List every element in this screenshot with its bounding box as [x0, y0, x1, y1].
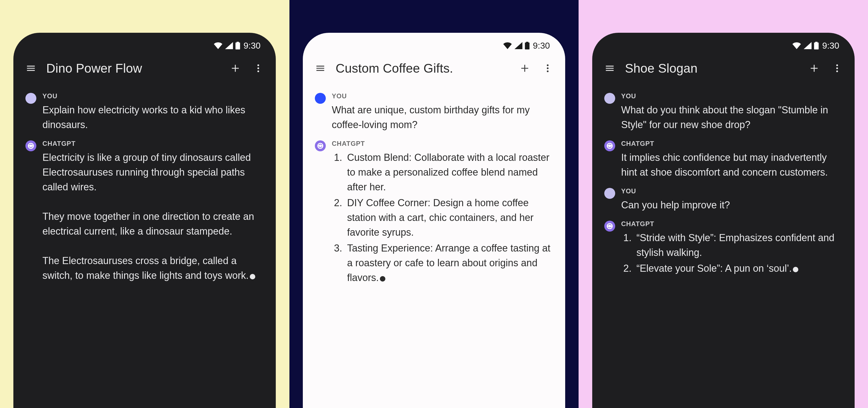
- status-time: 9:30: [244, 41, 260, 51]
- svg-point-7: [836, 67, 838, 69]
- message-text: Explain how electricity works to a kid w…: [42, 103, 264, 132]
- avatar-user: [315, 93, 326, 104]
- message-body: CHATGPT Custom Blend: Collaborate with a…: [332, 140, 553, 286]
- status-bar: 9:30: [13, 33, 276, 53]
- list-item: “Elevate your Sole”: A pun on ‘soul’.: [634, 261, 843, 276]
- plus-icon: [520, 63, 530, 73]
- new-chat-button[interactable]: [228, 61, 243, 76]
- status-bar: 9:30: [303, 33, 565, 53]
- new-chat-button[interactable]: [517, 61, 532, 76]
- wifi-icon: [213, 42, 223, 49]
- message-user: YOU Explain how electricity works to a k…: [25, 92, 264, 132]
- sender-label: YOU: [621, 92, 843, 100]
- list-item: Custom Blend: Collaborate with a local r…: [345, 150, 553, 195]
- status-icons: [503, 42, 530, 49]
- message-list: Custom Blend: Collaborate with a local r…: [332, 150, 553, 285]
- message-body: YOU Can you help improve it?: [621, 188, 843, 212]
- wifi-icon: [503, 42, 512, 49]
- more-button[interactable]: [251, 61, 266, 76]
- panel-1: 9:30 Dino Power Flow YOU: [0, 0, 289, 408]
- panel-2: 9:30 Custom Coffee Gifts. YOU: [289, 0, 579, 408]
- message-body: YOU What are unique, custom birthday gif…: [332, 92, 553, 132]
- avatar-assistant: [604, 140, 615, 151]
- signal-icon: [225, 42, 233, 49]
- avatar-assistant: [315, 140, 326, 151]
- chat-thread[interactable]: YOU What do you think about the slogan "…: [592, 82, 855, 277]
- sender-label: YOU: [332, 92, 553, 100]
- list-item: DIY Coffee Corner: Design a home coffee …: [345, 196, 553, 240]
- status-time: 9:30: [533, 41, 550, 51]
- hamburger-icon: [315, 63, 326, 73]
- more-button[interactable]: [540, 61, 555, 76]
- status-icons: [213, 42, 240, 49]
- kebab-icon: [832, 63, 842, 73]
- app-bar: Shoe Slogan: [592, 53, 855, 82]
- avatar-assistant: [604, 220, 615, 232]
- avatar-user: [604, 188, 615, 199]
- status-time: 9:30: [822, 41, 839, 51]
- message-user: YOU What do you think about the slogan "…: [604, 92, 843, 132]
- message-text: It implies chic confidence but may inadv…: [621, 150, 843, 180]
- svg-point-6: [836, 64, 838, 66]
- list-item: Tasting Experience: Arrange a coffee tas…: [345, 241, 553, 285]
- openai-icon: [317, 142, 324, 149]
- message-assistant: CHATGPT Custom Blend: Collaborate with a…: [315, 140, 553, 286]
- message-assistant: CHATGPT “Stride with Style”: Emphasizes …: [604, 220, 843, 277]
- sender-label: CHATGPT: [621, 140, 843, 147]
- phone-frame-1: 9:30 Dino Power Flow YOU: [13, 33, 276, 408]
- avatar-user: [25, 93, 36, 104]
- avatar-assistant: [25, 140, 36, 151]
- app-bar: Custom Coffee Gifts.: [303, 53, 565, 82]
- typing-cursor-icon: [793, 267, 798, 272]
- chat-thread[interactable]: YOU What are unique, custom birthday gif…: [303, 82, 565, 286]
- kebab-icon: [253, 63, 264, 73]
- svg-point-3: [547, 64, 549, 66]
- message-assistant: CHATGPT It implies chic confidence but m…: [604, 140, 843, 180]
- battery-icon: [525, 42, 530, 49]
- phone-frame-2: 9:30 Custom Coffee Gifts. YOU: [303, 33, 565, 408]
- message-user: YOU Can you help improve it?: [604, 188, 843, 212]
- typing-cursor-icon: [250, 274, 255, 279]
- message-text: What are unique, custom birthday gifts f…: [332, 103, 553, 132]
- message-list: “Stride with Style”: Emphasizes confiden…: [621, 231, 843, 276]
- message-text: Electricity is like a group of tiny dino…: [42, 150, 264, 283]
- message-body: CHATGPT Electricity is like a group of t…: [42, 140, 264, 283]
- list-item: “Stride with Style”: Emphasizes confiden…: [634, 231, 843, 260]
- sender-label: YOU: [621, 188, 843, 195]
- plus-icon: [809, 63, 819, 73]
- svg-point-2: [257, 70, 259, 72]
- wifi-icon: [792, 42, 801, 49]
- showcase-row: 9:30 Dino Power Flow YOU: [0, 0, 868, 408]
- status-icons: [792, 42, 819, 49]
- openai-icon: [606, 142, 613, 149]
- panel-3: 9:30 Shoe Slogan YOU W: [579, 0, 868, 408]
- svg-point-5: [547, 70, 549, 72]
- plus-icon: [230, 63, 241, 73]
- message-assistant: CHATGPT Electricity is like a group of t…: [25, 140, 264, 283]
- app-bar: Dino Power Flow: [13, 53, 276, 82]
- conversation-title: Shoe Slogan: [625, 61, 799, 76]
- battery-icon: [235, 42, 240, 49]
- avatar-user: [604, 93, 615, 104]
- sender-label: CHATGPT: [42, 140, 264, 147]
- message-body: YOU What do you think about the slogan "…: [621, 92, 843, 132]
- conversation-title: Dino Power Flow: [46, 61, 220, 76]
- phone-frame-3: 9:30 Shoe Slogan YOU W: [592, 33, 855, 408]
- sender-label: CHATGPT: [621, 220, 843, 228]
- chat-thread[interactable]: YOU Explain how electricity works to a k…: [13, 82, 276, 283]
- typing-cursor-icon: [380, 276, 385, 281]
- new-chat-button[interactable]: [807, 61, 822, 76]
- message-text: What do you think about the slogan "Stum…: [621, 103, 843, 132]
- menu-button[interactable]: [602, 61, 617, 76]
- message-body: YOU Explain how electricity works to a k…: [42, 92, 264, 132]
- svg-point-0: [257, 64, 259, 66]
- openai-icon: [606, 223, 613, 230]
- menu-button[interactable]: [313, 61, 328, 76]
- more-button[interactable]: [830, 61, 845, 76]
- svg-point-1: [257, 67, 259, 69]
- sender-label: YOU: [42, 92, 264, 100]
- message-text: Can you help improve it?: [621, 198, 843, 212]
- message-body: CHATGPT It implies chic confidence but m…: [621, 140, 843, 180]
- menu-button[interactable]: [23, 61, 38, 76]
- svg-point-4: [547, 67, 549, 69]
